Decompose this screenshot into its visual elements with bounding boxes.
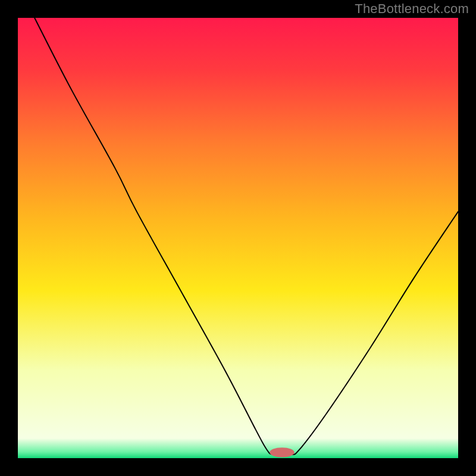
plot-svg	[18, 18, 458, 458]
chart-container: TheBottleneck.com	[0, 0, 476, 476]
plot-frame	[18, 18, 458, 458]
plot-background	[18, 18, 458, 458]
watermark-text: TheBottleneck.com	[355, 1, 469, 17]
optimal-point-marker	[270, 447, 294, 457]
